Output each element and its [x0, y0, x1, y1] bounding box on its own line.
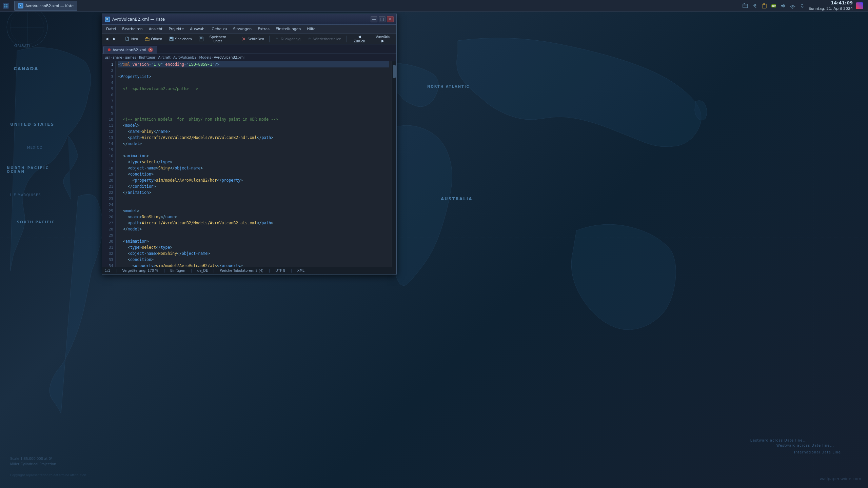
menu-gehe-zu[interactable]: Gehe zu [209, 26, 230, 32]
menu-projekte[interactable]: Projekte [166, 26, 186, 32]
breadcrumb-share[interactable]: share [113, 56, 122, 59]
code-line-6 [118, 92, 389, 98]
vertical-scrollbar[interactable] [392, 61, 396, 267]
maximize-button[interactable]: □ [379, 16, 386, 22]
kate-taskbar-app[interactable]: K AvroVulcanB2.xml — Kate [14, 1, 77, 11]
line-num-22: 22 [102, 189, 115, 196]
minimize-button[interactable]: — [371, 16, 377, 22]
svg-rect-14 [4, 6, 6, 8]
prev-button[interactable]: ◀ Zurück [349, 33, 370, 44]
files-tray-icon[interactable] [742, 3, 748, 9]
undo-button[interactable]: Rückgängig [272, 35, 303, 43]
menu-ansicht[interactable]: Ansicht [146, 26, 165, 32]
svg-text:NV: NV [772, 5, 776, 7]
code-line-21: </condition> [118, 183, 389, 189]
system-clock: 14:41:09 Sonntag, 21. April 2024 [809, 0, 853, 12]
line-num-33: 33 [102, 257, 115, 263]
network-tray-icon[interactable] [790, 3, 796, 9]
app-launcher-icon[interactable] [3, 3, 9, 9]
menu-sitzungen[interactable]: Sitzungen [230, 26, 254, 32]
window-titlebar: K AvroVulcanB2.xml — Kate — □ ✕ [102, 14, 396, 25]
svg-rect-18 [743, 4, 748, 8]
toolbar-sep-4 [347, 36, 347, 42]
line-num-13: 13 [102, 135, 115, 141]
indent-type: Weiche Tabulatoren: 2 (4) [220, 269, 263, 272]
kate-window: K AvroVulcanB2.xml — Kate — □ ✕ Datei Be… [102, 14, 397, 274]
menu-extras[interactable]: Extras [255, 26, 272, 32]
breadcrumb-flightgear[interactable]: flightgear [139, 56, 155, 59]
menu-hilfe[interactable]: Hilfe [304, 26, 318, 32]
line-num-27: 27 [102, 220, 115, 226]
color-picker-icon[interactable] [856, 2, 863, 9]
code-line-15 [118, 147, 389, 153]
new-button[interactable]: Neu [122, 35, 141, 43]
code-line-30: <animation> [118, 238, 389, 244]
svg-rect-21 [763, 3, 765, 5]
tab-close-button[interactable]: ✕ [148, 47, 153, 52]
toolbar: ◀ ▶ Neu Öffnen Speichern Speichern unter… [102, 34, 396, 44]
line-num-24: 24 [102, 202, 115, 208]
breadcrumb-avrovulcanb2[interactable]: AvroVulcanB2 [173, 56, 197, 59]
menu-bearbeiten[interactable]: Bearbeiten [119, 26, 145, 32]
close-file-button[interactable]: Schließen [238, 35, 267, 43]
expand-tray-icon[interactable] [799, 3, 805, 9]
line-num-3: 3 [102, 74, 115, 80]
breadcrumb-aircraft[interactable]: Aircraft [158, 56, 171, 59]
map-scale: Scale 1:85,000,000 at 0° Miller Cylindri… [10, 456, 87, 478]
line-num-16: 16 [102, 153, 115, 159]
code-line-1: <?xml version="1.0" encoding="ISO-8859-1… [118, 61, 389, 67]
breadcrumb-models[interactable]: Models [199, 56, 211, 59]
code-line-16: <animation> [118, 153, 389, 159]
scrollbar-thumb[interactable] [393, 65, 396, 78]
toolbar-sep-1 [120, 36, 120, 42]
svg-rect-32 [200, 37, 202, 39]
svg-rect-12 [4, 4, 6, 6]
code-editor[interactable]: <?xml version="1.0" encoding="ISO-8859-1… [116, 61, 392, 267]
code-line-23 [118, 196, 389, 202]
code-line-24 [118, 202, 389, 208]
menu-auswahl[interactable]: Auswahl [187, 26, 208, 32]
file-encoding: UTF-8 [275, 269, 285, 272]
code-line-31: <type>select</type> [118, 244, 389, 250]
breadcrumb-usr[interactable]: usr [105, 56, 110, 59]
language: de_DE [197, 269, 208, 272]
open-button[interactable]: Öffnen [142, 35, 165, 43]
save-as-button[interactable]: Speichern unter [196, 34, 234, 44]
code-line-9 [118, 110, 389, 116]
line-numbers: 1 2 3 4 5 6 7 8 9 10 11 12 13 14 15 16 1… [102, 61, 116, 267]
menu-datei[interactable]: Datei [103, 26, 119, 32]
breadcrumb-file[interactable]: AvroVulcanB2.xml [214, 56, 244, 59]
save-button[interactable]: Speichern [166, 35, 195, 43]
line-num-4: 4 [102, 80, 115, 86]
line-num-9: 9 [102, 110, 115, 116]
code-line-33: <condition> [118, 257, 389, 263]
line-num-28: 28 [102, 226, 115, 232]
line-num-21: 21 [102, 183, 115, 189]
bluetooth-tray-icon[interactable] [752, 3, 758, 9]
nav-back-btn[interactable]: ◀ [103, 36, 110, 42]
active-tab[interactable]: AvroVulcanB2.xml ✕ [103, 46, 157, 54]
code-line-5: <!--<path>vulcanb2.ac</path> --> [118, 86, 389, 92]
menubar: Datei Bearbeiten Ansicht Projekte Auswah… [102, 25, 396, 34]
line-num-2: 2 [102, 67, 115, 74]
breadcrumb-games[interactable]: games [125, 56, 136, 59]
kate-app-label: AvroVulcanB2.xml — Kate [25, 4, 74, 8]
next-button[interactable]: Vorwärts ▶ [371, 33, 395, 44]
toolbar-sep-2 [236, 36, 236, 42]
speaker-tray-icon[interactable] [780, 3, 786, 9]
statusbar: 1:1 | Vergrößerung: 170 % | Einfügen | d… [102, 267, 396, 274]
menu-einstellungen[interactable]: Einstellungen [273, 26, 304, 32]
close-button[interactable]: ✕ [387, 16, 394, 22]
nvidia-tray-icon[interactable]: NV [771, 3, 777, 9]
nav-forward-btn[interactable]: ▶ [111, 36, 118, 42]
kate-app-icon: K [18, 3, 23, 8]
titlebar-left: K AvroVulcanB2.xml — Kate [105, 17, 165, 22]
redo-button[interactable]: Wiederherstellen [304, 35, 344, 43]
line-num-20: 20 [102, 177, 115, 183]
line-num-17: 17 [102, 159, 115, 165]
code-line-20: <property>sim/model/AvroVulcanB2/hdr</pr… [118, 177, 389, 183]
clipboard-tray-icon[interactable] [761, 3, 767, 9]
window-icon: K [105, 17, 110, 22]
svg-rect-30 [170, 39, 173, 41]
code-line-12: <name>Shiny</name> [118, 128, 389, 135]
